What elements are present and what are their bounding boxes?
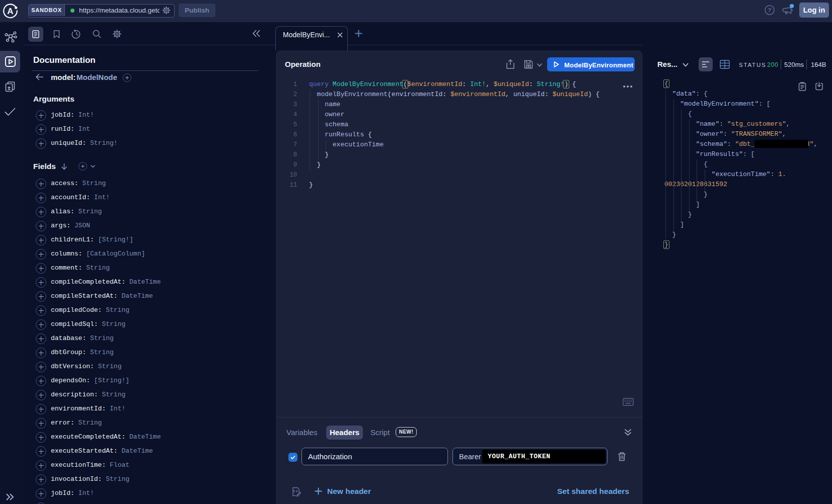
svg-text:A: A (7, 7, 13, 16)
svg-text:?: ? (768, 7, 771, 13)
